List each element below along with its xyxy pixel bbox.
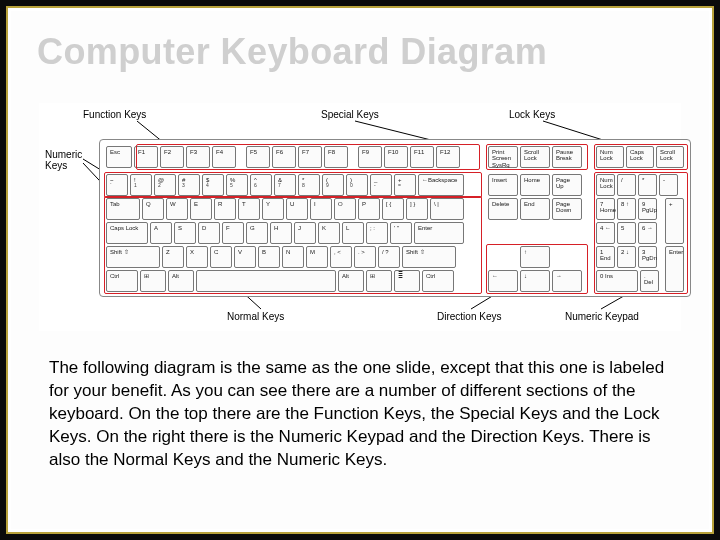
group-direction bbox=[486, 244, 588, 294]
group-special bbox=[486, 144, 588, 170]
key: Insert bbox=[488, 174, 518, 196]
page-title: Computer Keyboard Diagram bbox=[37, 31, 547, 73]
key: End bbox=[520, 198, 550, 220]
group-keypad bbox=[594, 172, 688, 294]
group-normal bbox=[104, 196, 482, 294]
group-lock bbox=[594, 144, 688, 170]
row-nav-2: DeleteEndPage Down bbox=[488, 198, 582, 220]
label-special-keys: Special Keys bbox=[321, 109, 379, 120]
group-function bbox=[136, 144, 480, 170]
label-numeric-keys: Numeric Keys bbox=[45, 149, 82, 171]
key: Page Up bbox=[552, 174, 582, 196]
label-numeric-keypad: Numeric Keypad bbox=[565, 311, 639, 322]
key: Esc bbox=[106, 146, 132, 168]
key: Delete bbox=[488, 198, 518, 220]
label-normal-keys: Normal Keys bbox=[227, 311, 284, 322]
key: Page Down bbox=[552, 198, 582, 220]
key: Home bbox=[520, 174, 550, 196]
keyboard-diagram: Function Keys Special Keys Lock Keys Num… bbox=[39, 103, 681, 331]
label-direction-keys: Direction Keys bbox=[437, 311, 501, 322]
label-lock-keys: Lock Keys bbox=[509, 109, 555, 120]
keyboard-body: EscF1F2F3F4F5F6F7F8F9F10F11F12 Print Scr… bbox=[99, 139, 691, 297]
label-function-keys: Function Keys bbox=[83, 109, 146, 120]
row-nav-1: InsertHomePage Up bbox=[488, 174, 582, 196]
group-numeric bbox=[104, 172, 482, 198]
description-paragraph: The following diagram is the same as the… bbox=[49, 357, 671, 472]
